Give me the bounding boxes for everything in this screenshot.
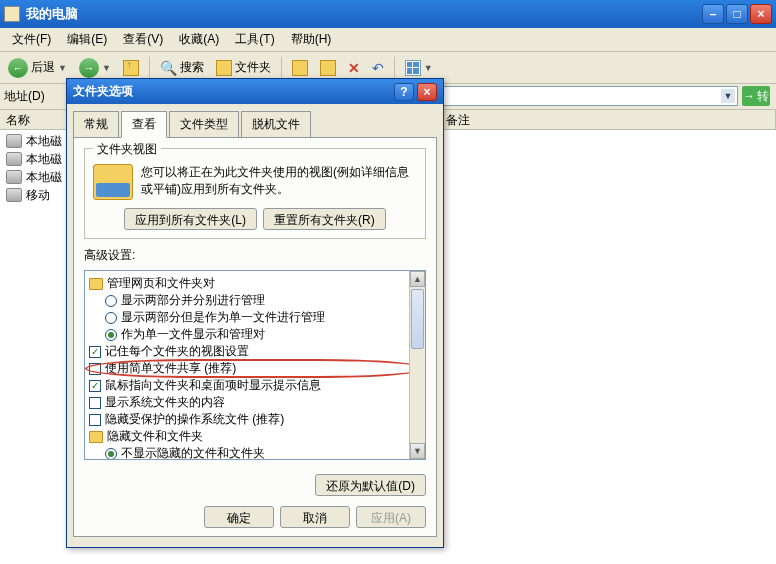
tree-node-label: 记住每个文件夹的视图设置 [105,343,249,360]
views-button[interactable]: ▼ [401,56,437,80]
tree-node-label: 不显示隐藏的文件和文件夹 [121,445,265,460]
tab-panel-view: 文件夹视图 您可以将正在为此文件夹使用的视图(例如详细信息或平铺)应用到所有文件… [73,137,437,537]
undo-icon: ↶ [372,60,384,76]
folder-view-group: 文件夹视图 您可以将正在为此文件夹使用的视图(例如详细信息或平铺)应用到所有文件… [84,148,426,239]
checkbox-icon[interactable] [89,414,101,426]
menu-favorites[interactable]: 收藏(A) [171,29,227,50]
tab-general[interactable]: 常规 [73,111,119,138]
back-button[interactable]: ← 后退 ▼ [4,56,71,80]
folders-label: 文件夹 [235,59,271,76]
dialog-title: 文件夹选项 [73,83,394,100]
tree-node-label: 显示两部分但是作为单一文件进行管理 [121,309,325,326]
checkbox-icon[interactable] [89,346,101,358]
drive-icon [6,134,22,148]
tree-node[interactable]: 使用简单文件共享 (推荐) [89,360,421,377]
checkbox-icon[interactable] [89,363,101,375]
dialog-help-button[interactable]: ? [394,83,414,101]
tree-node[interactable]: 显示两部分并分别进行管理 [89,292,421,309]
chevron-down-icon: ▼ [721,89,735,103]
menu-edit[interactable]: 编辑(E) [59,29,115,50]
tree-node[interactable]: 管理网页和文件夹对 [89,275,421,292]
folder-options-dialog: 文件夹选项 ? × 常规 查看 文件类型 脱机文件 文件夹视图 您可以将正在为此… [66,78,444,548]
up-button[interactable]: ↑ [119,56,143,80]
tree-node-label: 使用简单文件共享 (推荐) [105,360,236,377]
checkbox-icon[interactable] [89,380,101,392]
advanced-settings-label: 高级设置: [84,247,426,264]
radio-icon[interactable] [105,312,117,324]
reset-all-folders-button[interactable]: 重置所有文件夹(R) [263,208,386,230]
restore-defaults-button[interactable]: 还原为默认值(D) [315,474,426,496]
menubar: 文件(F) 编辑(E) 查看(V) 收藏(A) 工具(T) 帮助(H) [0,28,776,52]
advanced-settings-tree[interactable]: 管理网页和文件夹对显示两部分并分别进行管理显示两部分但是作为单一文件进行管理作为… [84,270,426,460]
dialog-close-button[interactable]: × [417,83,437,101]
tree-node-label: 作为单一文件显示和管理对 [121,326,265,343]
drive-icon [6,170,22,184]
scroll-thumb[interactable] [411,289,424,349]
back-icon: ← [8,58,28,78]
apply-all-folders-button[interactable]: 应用到所有文件夹(L) [124,208,257,230]
folders-button[interactable]: 文件夹 [212,56,275,80]
scrollbar[interactable]: ▲ ▼ [409,271,425,459]
close-button[interactable]: × [750,4,772,24]
apply-button[interactable]: 应用(A) [356,506,426,528]
scroll-down-button[interactable]: ▼ [410,443,425,459]
tab-filetypes[interactable]: 文件类型 [169,111,239,138]
folder-icon [89,278,103,290]
drive-icon [6,188,22,202]
radio-icon[interactable] [105,448,117,460]
group-label: 文件夹视图 [93,141,161,158]
tree-node[interactable]: 鼠标指向文件夹和桌面项时显示提示信息 [89,377,421,394]
cancel-button[interactable]: 取消 [280,506,350,528]
window-title: 我的电脑 [26,5,702,23]
tree-node-label: 显示两部分并分别进行管理 [121,292,265,309]
folder-view-description: 您可以将正在为此文件夹使用的视图(例如详细信息或平铺)应用到所有文件夹。 [141,164,417,200]
dialog-titlebar: 文件夹选项 ? × [67,79,443,104]
menu-file[interactable]: 文件(F) [4,29,59,50]
maximize-button[interactable]: □ [726,4,748,24]
delete-icon: ✕ [348,60,360,76]
col-remark[interactable]: 备注 [440,110,776,129]
go-icon: → [743,89,755,103]
tree-node[interactable]: 隐藏受保护的操作系统文件 (推荐) [89,411,421,428]
minimize-button[interactable]: – [702,4,724,24]
tree-node-label: 管理网页和文件夹对 [107,275,215,292]
ok-button[interactable]: 确定 [204,506,274,528]
chevron-down-icon: ▼ [424,63,433,73]
search-button[interactable]: 🔍 搜索 [156,56,208,80]
menu-help[interactable]: 帮助(H) [283,29,340,50]
tree-node[interactable]: 显示两部分但是作为单一文件进行管理 [89,309,421,326]
app-icon [4,6,20,22]
forward-icon: → [79,58,99,78]
radio-icon[interactable] [105,329,117,341]
folder-icon [89,431,103,443]
views-icon [405,60,421,76]
tree-node[interactable]: 隐藏文件和文件夹 [89,428,421,445]
scroll-up-button[interactable]: ▲ [410,271,425,287]
folder-up-icon: ↑ [123,60,139,76]
forward-button[interactable]: → ▼ [75,56,115,80]
tree-node[interactable]: 显示系统文件夹的内容 [89,394,421,411]
tab-strip: 常规 查看 文件类型 脱机文件 [67,104,443,137]
delete-button[interactable]: ✕ [344,56,364,80]
copy-to-button[interactable] [316,56,340,80]
tree-node[interactable]: 作为单一文件显示和管理对 [89,326,421,343]
address-dropdown[interactable]: ▼ [438,86,738,106]
folder-icon [216,60,232,76]
tab-view[interactable]: 查看 [121,111,167,138]
folder-view-icon [93,164,133,200]
menu-tools[interactable]: 工具(T) [227,29,282,50]
go-button[interactable]: →转 [742,86,770,106]
tree-node[interactable]: 记住每个文件夹的视图设置 [89,343,421,360]
undo-button[interactable]: ↶ [368,56,388,80]
drive-icon [6,152,22,166]
menu-view[interactable]: 查看(V) [115,29,171,50]
radio-icon[interactable] [105,295,117,307]
address-label: 地址(D) [4,88,45,105]
checkbox-icon[interactable] [89,397,101,409]
tree-node[interactable]: 不显示隐藏的文件和文件夹 [89,445,421,460]
tab-offline[interactable]: 脱机文件 [241,111,311,138]
move-to-button[interactable] [288,56,312,80]
window-titlebar: 我的电脑 – □ × [0,0,776,28]
chevron-down-icon: ▼ [102,63,111,73]
chevron-down-icon: ▼ [58,63,67,73]
